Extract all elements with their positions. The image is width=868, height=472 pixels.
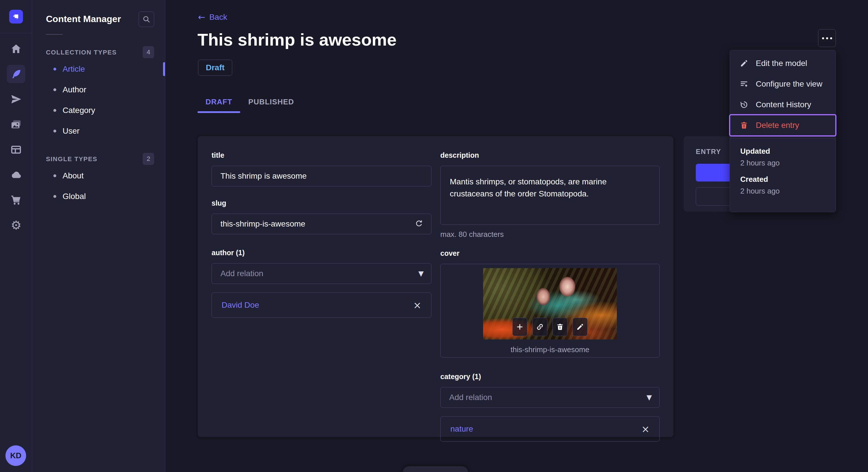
sidebar-item-global[interactable]: Global (32, 186, 165, 207)
delete-asset-button[interactable] (553, 318, 567, 336)
sidebar-title: Content Manager (46, 14, 154, 24)
back-label: Back (209, 12, 227, 22)
paper-plane-icon (10, 94, 22, 105)
remove-author-relation-button[interactable]: × (413, 300, 422, 310)
section-count-badge: 2 (143, 153, 154, 165)
category-relation-link[interactable]: nature (451, 425, 473, 434)
author-relation-item: David Doe × (212, 293, 431, 318)
menu-item-delete-entry[interactable]: Delete entry (730, 115, 836, 136)
nav-rail: ⚙ KD (0, 0, 32, 472)
sidebar-item-releases[interactable] (7, 90, 25, 108)
author-relation-link[interactable]: David Doe (222, 301, 259, 310)
refresh-icon (415, 220, 423, 228)
back-arrow-icon: ← (198, 13, 205, 22)
menu-meta: Updated 2 hours ago Created 2 hours ago (730, 139, 836, 196)
search-icon (142, 15, 151, 24)
description-textarea[interactable]: Mantis shrimps, or stomatopods, are mari… (440, 166, 660, 225)
copy-link-button[interactable] (532, 318, 547, 336)
feather-icon (10, 68, 22, 80)
category-relation-item: nature × (440, 416, 660, 442)
menu-item-label: Content History (756, 100, 811, 109)
sidebar-item-content-manager[interactable] (7, 65, 25, 83)
sidebar-item-article[interactable]: Article (32, 59, 165, 79)
created-label: Created (740, 175, 825, 184)
gear-icon: ⚙ (11, 220, 22, 231)
author-add-relation-select[interactable]: Add relation ▼ (212, 263, 431, 284)
sidebar-item-label: About (63, 171, 84, 180)
sidebar-item-home[interactable] (7, 40, 25, 58)
slug-input[interactable] (212, 214, 431, 234)
configure-view-icon (740, 80, 748, 88)
main-content: ← Back This shrimp is awesome Draft DRAF… (165, 0, 868, 472)
sidebar-item-label: Global (63, 192, 86, 201)
category-placeholder: Add relation (449, 393, 492, 402)
collapsed-element-top (403, 466, 468, 472)
sidebar-item-label: Category (63, 106, 95, 115)
add-asset-button[interactable] (513, 318, 527, 336)
category-add-relation-select[interactable]: Add relation ▼ (440, 387, 660, 408)
sidebar-item-settings[interactable]: ⚙ (7, 216, 25, 235)
sidebar-item-label: Article (63, 65, 85, 74)
layout-builder-icon (10, 144, 22, 156)
description-label: description (440, 151, 479, 159)
sidebar-divider (46, 34, 63, 35)
tab-published[interactable]: PUBLISHED (240, 91, 302, 113)
sidebar-item-deploy[interactable] (7, 166, 25, 184)
sidebar-item-marketplace[interactable] (7, 191, 25, 209)
entry-form-card: title slug author (198, 136, 673, 437)
remove-category-relation-button[interactable]: × (642, 424, 650, 434)
menu-item-label: Delete entry (756, 121, 799, 130)
item-bullet (53, 68, 56, 71)
cart-icon (10, 194, 22, 206)
plus-icon (516, 323, 524, 331)
author-label: author (1) (212, 248, 245, 257)
sidebar-item-user[interactable]: User (32, 121, 165, 141)
sidebar-item-about[interactable]: About (32, 165, 165, 186)
pencil-icon (576, 323, 584, 331)
description-helper: max. 80 characters (440, 230, 660, 239)
active-indicator (163, 62, 165, 76)
cover-image (483, 268, 617, 339)
title-input[interactable] (212, 166, 431, 187)
sidebar-item-label: Author (63, 85, 86, 94)
sidebar-item-content-type-builder[interactable] (7, 140, 25, 159)
created-value: 2 hours ago (740, 187, 825, 196)
single-types-section: SINGLE TYPES 2 About Global (32, 153, 165, 207)
sidebar-item-category[interactable]: Category (32, 100, 165, 121)
avatar[interactable]: KD (5, 445, 26, 466)
collection-types-section: COLLECTION TYPES 4 Article Author Catego… (32, 46, 165, 141)
edit-asset-button[interactable] (572, 318, 588, 336)
back-link[interactable]: ← Back (198, 12, 227, 22)
menu-item-content-history[interactable]: Content History (730, 94, 836, 115)
search-button[interactable] (138, 11, 154, 27)
cloud-icon (10, 169, 22, 181)
cover-actions (513, 318, 588, 336)
menu-item-edit-the-model[interactable]: Edit the model (730, 53, 836, 74)
trash-icon (556, 323, 564, 331)
more-options-button[interactable] (818, 29, 836, 47)
cover-caption: this-shrimp-is-awesome (510, 345, 590, 354)
chevron-down-icon: ▼ (647, 394, 652, 401)
author-placeholder: Add relation (220, 269, 263, 278)
regenerate-slug-button[interactable] (412, 217, 426, 230)
rail-divider (0, 33, 32, 33)
section-count-badge: 4 (143, 46, 154, 58)
content-manager-sidebar: Content Manager COLLECTION TYPES 4 Artic… (32, 0, 165, 472)
dot-icon (826, 37, 828, 39)
sidebar-item-author[interactable]: Author (32, 79, 165, 100)
item-bullet (53, 174, 56, 177)
menu-item-label: Edit the model (756, 59, 807, 68)
chevron-down-icon: ▼ (418, 270, 424, 278)
status-badge: Draft (198, 60, 232, 76)
title-label: title (212, 151, 224, 159)
menu-item-configure-the-view[interactable]: Configure the view (730, 74, 836, 94)
sidebar-item-media-library[interactable] (7, 115, 25, 134)
updated-value: 2 hours ago (740, 159, 825, 167)
tab-draft[interactable]: DRAFT (197, 91, 240, 113)
strapi-logo-icon (12, 12, 20, 21)
more-options-menu: Edit the model Configure the view Conten… (730, 50, 836, 212)
form-column-left: title slug author (212, 151, 431, 442)
slug-label: slug (212, 199, 226, 207)
item-bullet (53, 88, 56, 91)
strapi-logo[interactable] (9, 10, 23, 24)
